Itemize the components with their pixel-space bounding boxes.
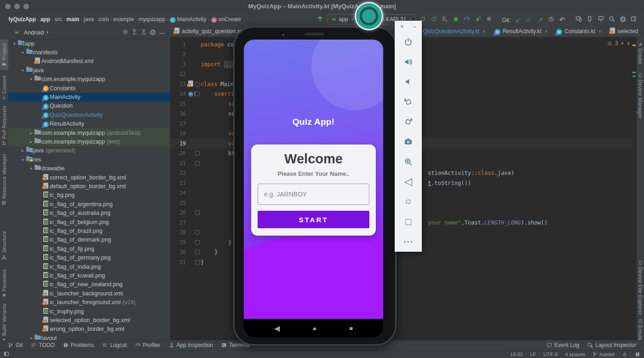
tree-item-ic-flag-of-brazil-png[interactable]: ic_flag_of_brazil.png <box>8 226 170 235</box>
tree-chevron-icon[interactable]: ▾ <box>20 68 25 73</box>
editor-tab-selected[interactable]: <>selected <box>606 26 643 37</box>
editor-tab-quizquestionactivity-kt[interactable]: CQuizQuestionActivity.kt× <box>411 26 490 37</box>
stripe-change-mark[interactable] <box>632 75 636 77</box>
run-list-icon[interactable] <box>442 16 448 22</box>
emulator-panel-close-icon[interactable]: × <box>400 23 404 30</box>
fold-marker-icon[interactable] <box>195 260 200 265</box>
breadcrumb-item-com[interactable]: com <box>98 16 110 23</box>
tree-item-wrong-option-border-bg-xml[interactable]: <>wrong_option_border_bg.xml <box>8 325 170 334</box>
attach-debugger-icon[interactable] <box>475 16 481 22</box>
fold-marker-icon[interactable] <box>195 151 200 156</box>
breadcrumb-item-myquizapp[interactable]: myquizapp <box>138 16 166 23</box>
fold-marker-icon[interactable] <box>195 161 200 166</box>
tree-item-ic-launcher-foreground-xml[interactable]: <>ic_launcher_foreground.xml(v24) <box>8 298 170 307</box>
tool-window-button-gradle[interactable]: Gradle <box>637 39 644 67</box>
tree-item-mainactivity[interactable]: CMainActivity <box>8 92 170 101</box>
tool-window-button-logcat[interactable]: Logcat <box>98 342 131 348</box>
tool-window-button-favorites[interactable]: Favorites★ <box>0 267 8 300</box>
tree-item-ic-bg-png[interactable]: ic_bg.png <box>8 191 170 200</box>
start-button[interactable]: START <box>258 211 369 228</box>
emulator-screen[interactable]: Quiz App! Welcome Please Enter Your Name… <box>244 40 383 337</box>
fold-marker-icon[interactable] <box>195 250 200 254</box>
tool-window-button-app-inspection[interactable]: App Inspection <box>165 342 217 348</box>
breadcrumb-item-myquizapp[interactable]: MyQuizApp <box>5 16 37 23</box>
indent-setting[interactable]: 4 spaces <box>565 352 585 357</box>
tree-item-selected-option-border-bg-xml[interactable]: <>selected_option_border_bg.xml <box>8 316 170 324</box>
breadcrumb-item-app[interactable]: app <box>40 16 51 23</box>
settings-gear-icon[interactable]: ⚙ <box>150 29 156 36</box>
debug-bug-icon[interactable] <box>453 16 459 22</box>
tree-item-question[interactable]: CQuestion <box>8 102 170 110</box>
tool-window-button-structure[interactable]: Structure <box>0 225 8 265</box>
tree-item-quizquestionactivity[interactable]: CQuizQuestionActivity <box>8 110 170 119</box>
minimize-window-button[interactable] <box>14 4 20 9</box>
tree-chevron-icon[interactable]: ▾ <box>20 50 25 55</box>
settings-gear-icon[interactable]: ⚙ <box>619 16 626 23</box>
avd-download-icon[interactable] <box>598 16 604 22</box>
tool-window-button-project[interactable]: Project <box>0 40 8 70</box>
line-ending[interactable]: LF <box>530 352 536 357</box>
update-arrow-icon[interactable]: ↙ <box>515 17 521 23</box>
tool-window-button-pull-requests[interactable]: Pull Requests <box>0 105 8 146</box>
emulator-power-button[interactable] <box>395 32 422 52</box>
sdk-manager-icon[interactable] <box>586 16 593 22</box>
emulator-volume-down-button[interactable] <box>395 72 422 92</box>
emulator-more-button[interactable]: ⋯ <box>395 232 422 252</box>
tree-item-ic-flag-of-kuwait-png[interactable]: ic_flag_of_kuwait.png <box>8 271 170 280</box>
breadcrumb-item-java[interactable]: java <box>83 16 95 23</box>
tree-item-com-example-myquizapp[interactable]: ▸com.example.myquizapp(test) <box>8 137 170 146</box>
collapse-all-icon[interactable] <box>141 29 147 35</box>
tool-window-button-profiler[interactable]: Profiler <box>131 342 165 348</box>
tool-window-button-device-manager[interactable]: Device Manager <box>637 70 644 121</box>
tool-window-button-commit[interactable]: Commit <box>0 74 8 102</box>
tree-item-ic-flag-of-belgium-png[interactable]: ic_flag_of_belgium.png <box>8 218 170 226</box>
project-view-mode[interactable]: Android <box>24 29 44 36</box>
emulator-home-button[interactable]: ○ <box>395 192 422 212</box>
stop-icon[interactable] <box>486 16 492 22</box>
tree-item-manifests[interactable]: ▾manifests <box>8 48 170 57</box>
notifications-icon[interactable] <box>635 352 640 357</box>
tree-item-app[interactable]: ▾app <box>8 39 170 48</box>
tool-window-button-device-file-explorer[interactable]: Device File Explorer <box>637 258 644 317</box>
locate-icon[interactable] <box>122 29 128 35</box>
nav-overview-icon[interactable]: ■ <box>349 325 353 332</box>
tree-item-ic-flag-of-india-png[interactable]: ic_flag_of_india.png <box>8 262 170 271</box>
emulator-zoom-in-button[interactable] <box>395 152 422 172</box>
tool-window-button-resource-manager[interactable]: Resource Manager <box>0 150 8 209</box>
expand-all-icon[interactable] <box>132 29 138 35</box>
commit-check-icon[interactable]: ✓ <box>526 17 532 23</box>
tree-item-res[interactable]: ▾res <box>8 155 170 164</box>
fold-marker-icon[interactable] <box>195 240 200 245</box>
tree-item-com-example-myquizapp[interactable]: ▸com.example.myquizapp(androidTest) <box>8 128 170 137</box>
tree-chevron-icon[interactable]: ▸ <box>29 139 34 144</box>
tool-window-button-layout-inspector[interactable]: Layout Inspector <box>583 342 640 348</box>
tree-chevron-icon[interactable]: ▾ <box>12 41 17 46</box>
tree-chevron-icon[interactable]: ▾ <box>29 77 34 81</box>
tree-item-ic-flag-of-new-zealand-png[interactable]: ic_flag_of_new_zealand.png <box>8 280 170 289</box>
emulator-rotate-right-button[interactable] <box>395 112 422 132</box>
close-tab-icon[interactable]: × <box>483 29 485 34</box>
name-input[interactable] <box>258 184 369 205</box>
tree-chevron-icon[interactable]: ▾ <box>29 166 34 171</box>
tool-window-button-problems[interactable]: Problems <box>59 342 98 348</box>
tree-item-layout[interactable]: ▾layout <box>8 334 170 341</box>
file-encoding[interactable]: UTF-8 <box>543 352 558 357</box>
editor-tab-constants-kt[interactable]: CConstants.kt× <box>552 26 606 37</box>
breadcrumb-item-src[interactable]: src <box>54 16 63 23</box>
history-clock-icon[interactable] <box>548 16 554 22</box>
breadcrumb-item-example[interactable]: example <box>112 16 135 23</box>
tree-item-default-option-border-bg-xml[interactable]: <>default_option_border_bg.xml <box>8 182 170 191</box>
tree-item-ic-launcher-background-xml[interactable]: <>ic_launcher_background.xml <box>8 289 170 298</box>
macos-traffic-lights[interactable] <box>5 4 29 9</box>
tree-item-ic-flag-of-germany-png[interactable]: ic_flag_of_germany.png <box>8 254 170 262</box>
profiler-gauge-icon[interactable] <box>464 16 470 22</box>
editor-tab-resultactivity-kt[interactable]: CResultActivity.kt× <box>490 26 552 37</box>
breadcrumb-item-main[interactable]: main <box>65 16 80 23</box>
fold-marker-icon[interactable] <box>195 210 200 215</box>
nav-home-icon[interactable]: ● <box>312 324 316 332</box>
emulator-panel-minimize-icon[interactable]: – <box>413 23 416 30</box>
tree-item-resultactivity[interactable]: CResultActivity <box>8 120 170 128</box>
emulator-rotate-left-button[interactable] <box>395 92 422 111</box>
emulator-overview-button[interactable]: □ <box>395 212 422 231</box>
tree-item-com-example-myquizapp[interactable]: ▾com.example.myquizapp <box>8 75 170 84</box>
